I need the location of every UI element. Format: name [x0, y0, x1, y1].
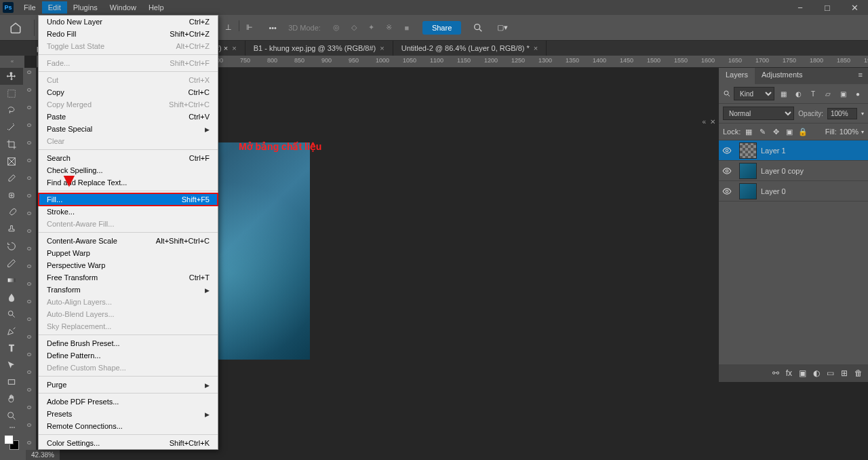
collapse-icon[interactable]: «	[0, 58, 24, 68]
share-button[interactable]: Share	[422, 21, 461, 35]
eyedropper-tool[interactable]	[0, 170, 23, 187]
eraser-tool[interactable]	[0, 254, 23, 271]
hand-tool[interactable]	[0, 390, 23, 407]
layer-name[interactable]: Layer 0 copy	[761, 167, 804, 175]
fx-icon[interactable]: fx	[786, 368, 792, 378]
more-tools-icon[interactable]: •••	[0, 424, 24, 434]
path-tool[interactable]	[0, 356, 23, 373]
blur-tool[interactable]	[0, 288, 23, 305]
fill-value[interactable]: 100%	[840, 128, 859, 136]
minimize-button[interactable]: −	[787, 0, 814, 15]
frame-tool[interactable]	[0, 153, 23, 170]
menu-help[interactable]: Help	[142, 1, 170, 14]
menu-item-stroke-[interactable]: Stroke...	[39, 206, 218, 218]
layer-thumbnail[interactable]	[739, 163, 757, 179]
chevron-down-icon[interactable]: ▾	[861, 111, 864, 117]
menu-item-copy[interactable]: CopyCtrl+C	[39, 86, 218, 98]
menu-item-paste-special[interactable]: Paste Special▶	[39, 123, 218, 135]
layer-thumbnail[interactable]	[739, 183, 757, 199]
layer-row[interactable]: Layer 0 copy	[719, 161, 868, 181]
search-icon[interactable]	[471, 20, 486, 35]
zoom-level[interactable]: 42.38%	[26, 450, 60, 460]
marquee-tool[interactable]	[0, 85, 23, 102]
maximize-button[interactable]: □	[814, 0, 841, 15]
document-tab[interactable]: Untitled-2 @ 86.4% (Layer 0, RGB/8) *×	[393, 41, 547, 56]
blend-mode-select[interactable]: Normal	[723, 107, 794, 120]
healing-tool[interactable]	[0, 187, 23, 204]
filter-adjust-icon[interactable]: ◐	[792, 88, 804, 100]
workspace-icon[interactable]: ▢▾	[495, 20, 510, 35]
wand-tool[interactable]	[0, 119, 23, 136]
brush-tool[interactable]	[0, 204, 23, 221]
distribute-v-icon[interactable]: ⊩	[242, 20, 257, 35]
opacity-value[interactable]: 100%	[827, 108, 857, 119]
menu-item-purge[interactable]: Purge▶	[39, 379, 218, 391]
tab-layers[interactable]: Layers	[719, 68, 755, 84]
visibility-icon[interactable]	[719, 166, 735, 176]
layer-row[interactable]: Layer 0	[719, 181, 868, 202]
lock-artboard-icon[interactable]: ▣	[784, 126, 795, 137]
menu-plugins[interactable]: Plugins	[67, 1, 104, 14]
menu-item-paste[interactable]: PasteCtrl+V	[39, 111, 218, 123]
layer-thumbnail[interactable]	[739, 142, 757, 159]
close-tab-icon[interactable]: ×	[232, 44, 236, 52]
lock-pos-icon[interactable]: ✥	[770, 126, 781, 137]
layer-name[interactable]: Layer 0	[761, 187, 786, 195]
distribute-bottom-icon[interactable]: ⊥	[221, 20, 236, 35]
menu-item-define-pattern-[interactable]: Define Pattern...	[39, 349, 218, 362]
close-tab-icon[interactable]: ×	[534, 44, 538, 52]
menu-window[interactable]: Window	[104, 1, 142, 14]
home-icon[interactable]	[5, 19, 26, 37]
filter-pixel-icon[interactable]: ▦	[777, 88, 789, 100]
lock-all-icon[interactable]: 🔒	[797, 126, 808, 137]
menu-item-content-aware-scale[interactable]: Content-Aware ScaleAlt+Shift+Ctrl+C	[39, 235, 218, 247]
zoom-tool[interactable]	[0, 407, 23, 424]
menu-item-color-settings-[interactable]: Color Settings...Shift+Ctrl+K	[39, 437, 218, 449]
link-layers-icon[interactable]: ⚯	[772, 368, 779, 378]
move-tool[interactable]	[0, 68, 23, 85]
close-tab-icon[interactable]: ×	[380, 44, 384, 52]
rectangle-tool[interactable]	[0, 373, 23, 390]
menu-item-adobe-pdf-presets-[interactable]: Adobe PDF Presets...	[39, 396, 218, 408]
tab-adjustments[interactable]: Adjustments	[755, 68, 810, 84]
lasso-tool[interactable]	[0, 102, 23, 119]
new-layer-icon[interactable]: ⊞	[841, 368, 848, 378]
filter-shape-icon[interactable]: ▱	[822, 88, 834, 100]
visibility-icon[interactable]	[719, 146, 735, 155]
menu-item-define-brush-preset-[interactable]: Define Brush Preset...	[39, 337, 218, 349]
crop-tool[interactable]	[0, 136, 23, 153]
menu-item-undo-new-layer[interactable]: Undo New LayerCtrl+Z	[39, 16, 218, 28]
stamp-tool[interactable]	[0, 221, 23, 237]
document-tab[interactable]: B1 - khung xep.jpg @ 33% (RGB/8#)×	[245, 41, 393, 56]
kind-filter[interactable]: Kind	[734, 87, 774, 100]
lock-paint-icon[interactable]: ✎	[757, 126, 768, 137]
panel-menu-icon[interactable]: ≡	[853, 68, 868, 84]
menu-item-remote-connections-[interactable]: Remote Connections...	[39, 420, 218, 432]
close-button[interactable]: ✕	[841, 0, 868, 15]
menu-item-presets[interactable]: Presets▶	[39, 408, 218, 420]
history-brush-tool[interactable]	[0, 237, 23, 254]
menu-item-search[interactable]: SearchCtrl+F	[39, 152, 218, 164]
chevron-down-icon[interactable]: ▾	[861, 129, 864, 135]
menu-item-free-transform[interactable]: Free TransformCtrl+T	[39, 271, 218, 284]
gradient-tool[interactable]	[0, 271, 23, 288]
menu-file[interactable]: File	[18, 1, 42, 14]
pen-tool[interactable]	[0, 322, 23, 339]
panel-collapse-icons[interactable]: «✕	[702, 118, 715, 126]
filter-smart-icon[interactable]: ▣	[837, 88, 849, 100]
menu-item-redo-fill[interactable]: Redo FillShift+Ctrl+Z	[39, 28, 218, 40]
more-icon[interactable]: •••	[265, 20, 280, 35]
group-icon[interactable]: ▭	[827, 368, 834, 378]
color-swatch[interactable]	[0, 434, 24, 453]
delete-icon[interactable]: 🗑	[854, 368, 863, 378]
menu-item-puppet-warp[interactable]: Puppet Warp	[39, 247, 218, 259]
adjustment-icon[interactable]: ◐	[813, 368, 820, 378]
lock-trans-icon[interactable]: ▦	[743, 126, 754, 137]
layer-name[interactable]: Layer 1	[761, 147, 786, 155]
mask-icon[interactable]: ▣	[799, 368, 806, 378]
layer-row[interactable]: Layer 1	[719, 140, 868, 161]
filter-type-icon[interactable]: T	[807, 88, 819, 100]
visibility-icon[interactable]	[719, 187, 735, 196]
menu-edit[interactable]: Edit	[42, 1, 67, 14]
dodge-tool[interactable]	[0, 305, 23, 322]
